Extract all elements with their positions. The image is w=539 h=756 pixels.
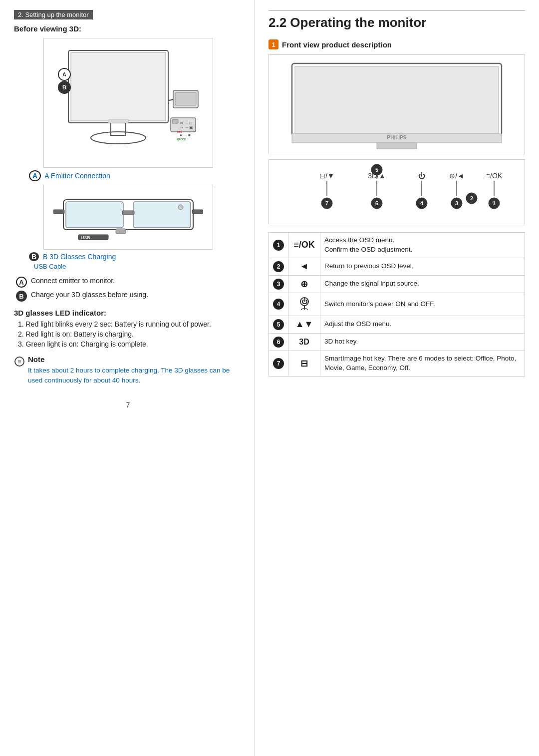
svg-text:1: 1	[493, 200, 496, 206]
glasses-illustration: USB	[43, 185, 213, 250]
led-item-1: Red light blinks every 2 sec: Battery is…	[18, 320, 242, 328]
svg-text:3: 3	[455, 200, 458, 206]
svg-rect-19	[66, 202, 123, 228]
row-desc-5: Adjust the OSD menu.	[320, 316, 525, 333]
monitor-illustration: A B ⇒ → □ ⇒ → ▣ red ● → ■ green	[43, 38, 213, 168]
svg-point-24	[178, 205, 183, 210]
section-main-title: 2.2 Operating the monitor	[269, 15, 525, 30]
svg-text:≡/OK: ≡/OK	[486, 172, 503, 180]
step-b-text: Charge your 3D glasses before using.	[31, 291, 148, 299]
usb-cable-label: USB Cable	[34, 263, 66, 270]
svg-rect-12	[172, 119, 178, 123]
note-icon: ≡	[14, 356, 25, 369]
row-desc-2: Return to previous OSD level.	[320, 258, 525, 275]
svg-text:2: 2	[470, 195, 473, 201]
step-a-text: Connect emitter to monitor.	[31, 277, 115, 285]
row-num-1: 1	[269, 233, 288, 258]
svg-text:USB: USB	[81, 235, 90, 240]
front-view-title: 1 Front view product description	[269, 39, 525, 49]
svg-text:A: A	[62, 71, 66, 77]
table-row: 1 ≡/OK Access the OSD menu.Confirm the O…	[269, 233, 525, 258]
svg-text:PHILIPS: PHILIPS	[387, 135, 407, 140]
table-row: 7 ⊟ SmartImage hot key. There are 6 mode…	[269, 351, 525, 376]
page: 2. Setting up the monitor Before viewing…	[0, 0, 539, 756]
svg-text:● → ■: ● → ■	[180, 133, 191, 137]
row-num-4: 4	[269, 293, 288, 316]
front-view-title-text: Front view product description	[282, 40, 392, 49]
svg-point-3	[91, 132, 146, 144]
svg-rect-23	[192, 210, 203, 214]
svg-text:5: 5	[375, 167, 378, 173]
row-desc-7: SmartImage hot key. There are 6 modes to…	[320, 351, 525, 376]
row-num-6: 6	[269, 333, 288, 351]
row-icon-4: ⏻	[288, 293, 320, 316]
table-row: 3 ⊕ Change the signal input source.	[269, 275, 525, 293]
svg-rect-34	[377, 143, 417, 149]
connect-step-a: A Connect emitter to monitor.	[16, 277, 242, 288]
left-column: 2. Setting up the monitor Before viewing…	[0, 0, 255, 756]
section-header: 2. Setting up the monitor	[14, 10, 93, 19]
table-row: 6 3D 3D hot key.	[269, 333, 525, 351]
table-row: 4 ⏻ Switch monitor's power ON and OFF.	[269, 293, 525, 316]
front-view-badge: 1	[269, 39, 278, 49]
svg-text:green: green	[177, 137, 186, 141]
svg-rect-21	[122, 211, 134, 215]
note-text: It takes about 2 hours to complete charg…	[28, 366, 242, 386]
row-num-5: 5	[269, 316, 288, 333]
note-content: Note It takes about 2 hours to complete …	[28, 355, 242, 386]
svg-rect-2	[111, 123, 126, 135]
note-section: ≡ Note It takes about 2 hours to complet…	[14, 355, 242, 386]
front-monitor-svg: PHILIPS	[277, 58, 517, 151]
note-label: Note	[28, 355, 242, 364]
svg-text:⇒ → ▣: ⇒ → ▣	[180, 125, 193, 130]
row-desc-4: Switch monitor's power ON and OFF.	[320, 293, 525, 316]
table-row: 5 ▲▼ Adjust the OSD menu.	[269, 316, 525, 333]
before-viewing-label: Before viewing 3D:	[14, 24, 242, 33]
svg-text:7: 7	[325, 200, 328, 206]
connect-step-b: B Charge your 3D glasses before using.	[16, 291, 242, 302]
svg-text:⊟/▼: ⊟/▼	[319, 172, 334, 180]
row-num-2: 2	[269, 258, 288, 275]
row-icon-5: ▲▼	[288, 316, 320, 333]
emitter-label: A A Emitter Connection	[29, 172, 242, 180]
svg-text:6: 6	[375, 200, 378, 206]
section-divider	[269, 10, 525, 11]
row-icon-3: ⊕	[288, 275, 320, 293]
row-icon-6: 3D	[288, 333, 320, 351]
row-num-7: 7	[269, 351, 288, 376]
svg-text:B: B	[62, 84, 66, 90]
step-b-badge: B	[16, 291, 27, 302]
svg-text:⏻: ⏻	[301, 298, 307, 305]
svg-rect-10	[175, 92, 196, 105]
svg-rect-4	[108, 119, 128, 123]
glasses-svg: USB	[53, 190, 203, 245]
led-item-3: Green light is on: Charging is complete.	[18, 340, 242, 348]
glasses-label: B B 3D Glasses Charging USB Cable	[29, 253, 242, 261]
svg-text:⇒ → □: ⇒ → □	[180, 121, 192, 125]
led-list: Red light blinks every 2 sec: Battery is…	[14, 320, 242, 348]
buttons-diagram: ⊟/▼ 3D/▲ ⏻ ⊕/◄ ≡/OK 7 6	[269, 159, 525, 224]
row-desc-1: Access the OSD menu.Confirm the OSD adju…	[320, 233, 525, 258]
svg-text:≡: ≡	[17, 358, 21, 366]
table-row: 2 ◄ Return to previous OSD level.	[269, 258, 525, 275]
svg-text:⊕/◄: ⊕/◄	[449, 172, 464, 180]
row-desc-3: Change the signal input source.	[320, 275, 525, 293]
monitor-svg: A B ⇒ → □ ⇒ → ▣ red ● → ■ green	[53, 45, 203, 160]
svg-rect-31	[295, 66, 499, 134]
svg-rect-1	[71, 52, 166, 121]
svg-text:⏻: ⏻	[418, 172, 425, 180]
row-icon-7: ⊟	[288, 351, 320, 376]
svg-text:4: 4	[420, 200, 424, 206]
led-item-2: Red light is on: Battery is charging.	[18, 330, 242, 338]
row-desc-6: 3D hot key.	[320, 333, 525, 351]
features-table: 1 ≡/OK Access the OSD menu.Confirm the O…	[269, 232, 525, 377]
step-a-badge: A	[16, 277, 27, 288]
row-num-3: 3	[269, 275, 288, 293]
connect-steps: A Connect emitter to monitor. B Charge y…	[16, 277, 242, 302]
svg-rect-22	[53, 210, 64, 214]
led-section-title: 3D glasses LED indicator:	[14, 309, 242, 317]
page-number: 7	[14, 401, 242, 409]
monitor-front-illustration: PHILIPS	[269, 54, 525, 154]
row-icon-1: ≡/OK	[288, 233, 320, 258]
row-icon-2: ◄	[288, 258, 320, 275]
